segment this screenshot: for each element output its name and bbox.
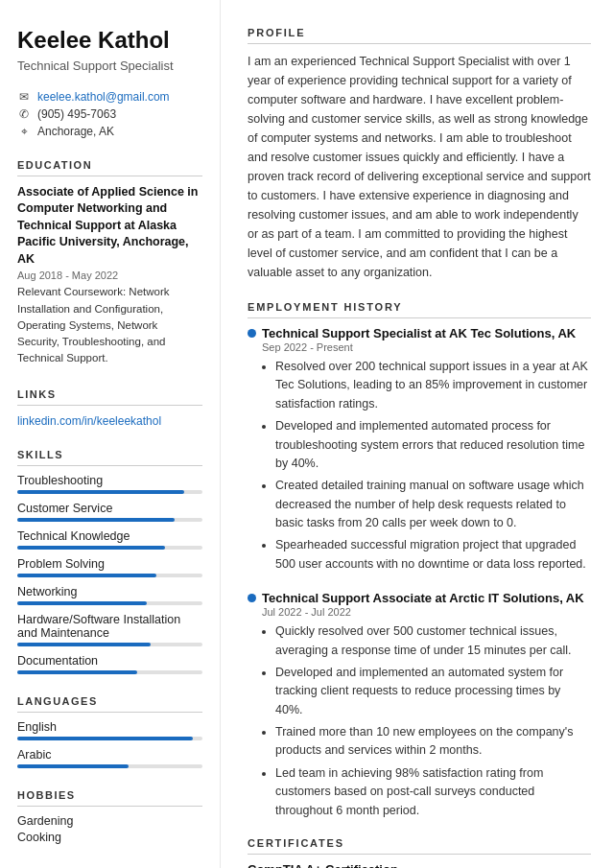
hobbies-section-title: HOBBIES: [17, 789, 202, 807]
languages-list: English Arabic: [17, 720, 202, 768]
bullet-item: Created detailed training manual on soft…: [275, 477, 591, 532]
skill-label: Hardware/Software Installation and Maint…: [17, 613, 202, 640]
language-label: English: [17, 720, 202, 734]
skill-bar-fill: [17, 518, 175, 522]
language-bar-bg: [17, 737, 202, 740]
certificates-list: CompTIA A+ Certification Apr 2021 Micros…: [248, 862, 591, 868]
language-bar-fill: [17, 764, 129, 768]
skill-bar-bg: [17, 490, 202, 494]
language-item: Arabic: [17, 748, 202, 768]
bullet-item: Resolved over 200 technical support issu…: [275, 358, 591, 413]
skill-bar-bg: [17, 601, 202, 605]
email-icon: ✉: [17, 90, 31, 104]
location-icon: ⌖: [17, 125, 31, 138]
skill-label: Technical Knowledge: [17, 529, 202, 543]
skill-bar-bg: [17, 574, 202, 577]
skill-bar-bg: [17, 518, 202, 522]
skill-item: Hardware/Software Installation and Maint…: [17, 613, 202, 646]
profile-section-title: PROFILE: [248, 27, 591, 44]
skill-bar-fill: [17, 643, 151, 646]
skill-label: Networking: [17, 585, 202, 598]
location-text: Anchorage, AK: [37, 125, 114, 138]
phone-text: (905) 495-7063: [37, 107, 116, 121]
employment-section-title: EMPLOYMENT HISTORY: [248, 301, 591, 318]
job-dates: Jul 2022 - Jul 2022: [262, 606, 591, 618]
sidebar: Keelee Kathol Technical Support Speciali…: [0, 0, 221, 868]
phone-icon: ✆: [17, 107, 31, 121]
language-label: Arabic: [17, 748, 202, 762]
skill-label: Documentation: [17, 654, 202, 668]
skill-item: Networking: [17, 585, 202, 605]
skill-bar-bg: [17, 546, 202, 550]
skill-item: Technical Knowledge: [17, 529, 202, 550]
skill-bar-fill: [17, 490, 184, 494]
main-content: PROFILE I am an experienced Technical Su…: [221, 0, 614, 868]
candidate-name: Keelee Kathol: [17, 27, 202, 55]
job-title: Technical Support Specialist at AK Tec S…: [248, 326, 591, 340]
skill-item: Problem Solving: [17, 557, 202, 577]
cert-name: CompTIA A+ Certification: [248, 862, 591, 868]
job-bullets: Resolved over 200 technical support issu…: [262, 358, 591, 574]
job-dot: [248, 329, 256, 338]
bullet-item: Led team in achieving 98% satisfaction r…: [275, 764, 591, 820]
skill-label: Troubleshooting: [17, 474, 202, 487]
skill-bar-fill: [17, 601, 147, 605]
skill-label: Problem Solving: [17, 557, 202, 571]
bullet-item: Trained more than 10 new employees on th…: [275, 723, 591, 761]
education-section-title: EDUCATION: [17, 159, 202, 176]
skill-bar-fill: [17, 670, 137, 674]
hobby-item: Gardening: [17, 814, 202, 828]
language-bar-fill: [17, 737, 193, 740]
email-link[interactable]: keelee.kathol@gmail.com: [37, 90, 170, 104]
edu-dates: Aug 2018 - May 2022: [17, 270, 202, 281]
skill-bar-bg: [17, 643, 202, 646]
employment-item: Technical Support Specialist at AK Tec S…: [248, 326, 591, 574]
skill-item: Documentation: [17, 654, 202, 674]
candidate-title: Technical Support Specialist: [17, 59, 202, 73]
languages-section-title: LANGUAGES: [17, 695, 202, 713]
language-bar-bg: [17, 764, 202, 768]
hobby-item: Cooking: [17, 831, 202, 844]
hobbies-list: GardeningCooking: [17, 814, 202, 844]
skill-item: Customer Service: [17, 502, 202, 522]
job-bullets: Quickly resolved over 500 customer techn…: [262, 622, 591, 820]
bullet-item: Developed and implemented an automated s…: [275, 664, 591, 719]
linkedin-link[interactable]: linkedin.com/in/keeleekathol: [17, 414, 161, 428]
certificates-section-title: CERTIFICATES: [248, 837, 591, 855]
contact-location: ⌖ Anchorage, AK: [17, 125, 202, 138]
skill-bar-fill: [17, 546, 165, 550]
linkedin-link-item: linkedin.com/in/keeleekathol: [17, 413, 202, 428]
links-section-title: LINKS: [17, 388, 202, 406]
skill-bar-bg: [17, 670, 202, 674]
profile-text: I am an experienced Technical Support Sp…: [248, 52, 591, 282]
contact-phone: ✆ (905) 495-7063: [17, 107, 202, 121]
job-dates: Sep 2022 - Present: [262, 341, 591, 353]
skill-bar-fill: [17, 574, 156, 577]
skills-list: Troubleshooting Customer Service Technic…: [17, 474, 202, 674]
language-item: English: [17, 720, 202, 740]
skill-item: Troubleshooting: [17, 474, 202, 494]
employment-list: Technical Support Specialist at AK Tec S…: [248, 326, 591, 820]
bullet-item: Quickly resolved over 500 customer techn…: [275, 622, 591, 660]
bullet-item: Developed and implemented automated proc…: [275, 417, 591, 473]
job-dot: [248, 594, 256, 602]
edu-coursework: Relevant Coursework: Network Installatio…: [17, 284, 202, 366]
edu-degree: Associate of Applied Science in Computer…: [17, 184, 202, 269]
contact-email: ✉ keelee.kathol@gmail.com: [17, 90, 202, 104]
skill-label: Customer Service: [17, 502, 202, 515]
certificate-item: CompTIA A+ Certification Apr 2021: [248, 862, 591, 868]
job-title: Technical Support Associate at Arctic IT…: [248, 591, 591, 605]
bullet-item: Spearheaded successful migration project…: [275, 536, 591, 574]
employment-item: Technical Support Associate at Arctic IT…: [248, 591, 591, 820]
skills-section-title: SKILLS: [17, 449, 202, 466]
